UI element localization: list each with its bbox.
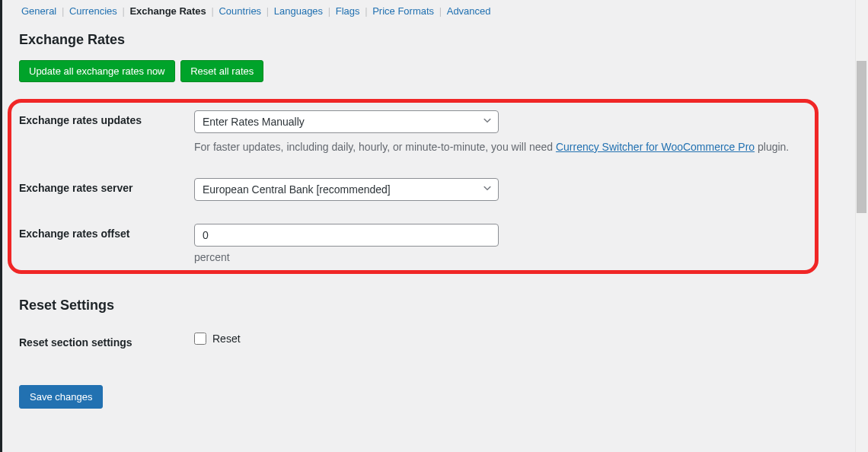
field-label-offset: Exchange rates offset [19, 212, 194, 275]
tab-separator: | [122, 5, 124, 17]
action-buttons-row: Update all exchange rates now Reset all … [19, 60, 849, 82]
exchange-rates-updates-select[interactable]: Enter Rates Manually [194, 110, 499, 133]
field-label-server: Exchange rates server [19, 167, 194, 212]
vertical-scrollbar[interactable] [855, 0, 868, 452]
reset-checkbox[interactable] [194, 333, 206, 345]
exchange-rates-offset-input[interactable] [194, 224, 499, 247]
tab-separator: | [62, 5, 64, 17]
reset-settings-form: Reset section settings Reset [19, 321, 849, 364]
tab-languages[interactable]: Languages [274, 0, 323, 23]
reset-settings-title: Reset Settings [19, 298, 849, 314]
tab-advanced[interactable]: Advanced [447, 0, 491, 23]
tab-separator: | [266, 5, 269, 17]
offset-unit-label: percent [194, 251, 841, 263]
tab-separator: | [211, 5, 213, 17]
exchange-rates-server-select[interactable]: European Central Bank [recommended] [194, 178, 499, 201]
field-description-updates: For faster updates, including daily, hou… [194, 139, 841, 155]
tab-currencies[interactable]: Currencies [69, 0, 117, 23]
reset-all-rates-button[interactable]: Reset all rates [180, 60, 263, 82]
field-label-updates: Exchange rates updates [19, 99, 194, 167]
update-all-rates-button[interactable]: Update all exchange rates now [19, 60, 175, 82]
pro-plugin-link[interactable]: Currency Switcher for WooCommerce Pro [556, 141, 755, 153]
reset-checkbox-label: Reset [212, 333, 241, 345]
tab-price-formats[interactable]: Price Formats [372, 0, 434, 23]
settings-form: Exchange rates updates Enter Rates Manua… [19, 99, 849, 275]
tab-exchange-rates[interactable]: Exchange Rates [129, 0, 206, 23]
tab-flags[interactable]: Flags [336, 0, 360, 23]
tab-separator: | [439, 5, 442, 17]
scrollbar-thumb[interactable] [857, 61, 866, 213]
field-label-reset: Reset section settings [19, 321, 194, 364]
save-changes-button[interactable]: Save changes [19, 385, 103, 409]
tab-countries[interactable]: Countries [219, 0, 261, 23]
sub-tabs: General | Currencies | Exchange Rates | … [0, 0, 868, 23]
admin-sidebar-sliver [0, 0, 2, 452]
tab-separator: | [365, 5, 367, 17]
tab-general[interactable]: General [21, 0, 56, 23]
tab-separator: | [328, 5, 330, 17]
page-title: Exchange Rates [19, 32, 849, 48]
